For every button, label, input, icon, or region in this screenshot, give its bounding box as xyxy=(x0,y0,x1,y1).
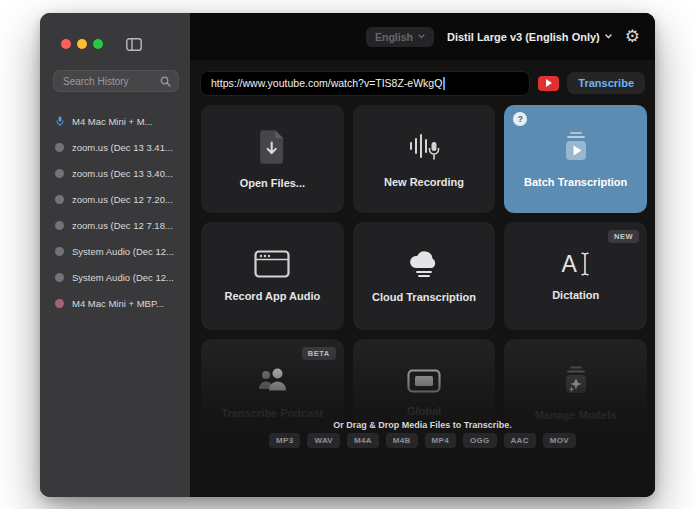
chevron-down-icon xyxy=(605,34,612,39)
open-files-icon xyxy=(257,129,287,165)
app-window: Search History M4 Mac Mini + M... zoom.u… xyxy=(40,13,655,497)
history-item[interactable]: zoom.us (Dec 12 7.20... xyxy=(40,186,190,212)
open-files-tile[interactable]: Open Files... xyxy=(201,105,344,213)
new-badge: NEW xyxy=(608,230,639,243)
model-dropdown-label: Distil Large v3 (English Only) xyxy=(447,31,600,43)
app-window-icon xyxy=(254,250,290,278)
recording-dot-icon xyxy=(55,221,64,230)
history-item-label: System Audio (Dec 12... xyxy=(72,272,174,283)
close-window-button[interactable] xyxy=(61,39,71,49)
language-dropdown[interactable]: English xyxy=(366,27,434,47)
history-item[interactable]: zoom.us (Dec 13 3.41... xyxy=(40,134,190,160)
transcribe-button[interactable]: Transcribe xyxy=(567,72,645,94)
recording-dot-icon xyxy=(55,195,64,204)
zoom-window-button[interactable] xyxy=(93,39,103,49)
dictation-tile[interactable]: NEW A Dictation xyxy=(504,222,647,330)
format-badge: M4A xyxy=(347,433,379,448)
history-item[interactable]: System Audio (Dec 12... xyxy=(40,238,190,264)
settings-gear-icon[interactable]: ⚙ xyxy=(625,28,640,45)
transcribe-button-label: Transcribe xyxy=(578,77,634,89)
history-item[interactable]: zoom.us (Dec 12 7.18... xyxy=(40,212,190,238)
url-row: https://www.youtube.com/watch?v=TIS8Z-eW… xyxy=(200,70,645,96)
recording-dot-icon xyxy=(55,169,64,178)
sidebar: Search History M4 Mac Mini + M... zoom.u… xyxy=(40,13,190,497)
tile-label: Dictation xyxy=(552,289,599,301)
toolbar: English Distil Large v3 (English Only) ⚙ xyxy=(190,13,655,60)
history-item-label: zoom.us (Dec 13 3.41... xyxy=(72,142,173,153)
format-badge: AAC xyxy=(504,433,536,448)
waveform-mic-icon xyxy=(405,130,443,164)
history-item-label: zoom.us (Dec 12 7.20... xyxy=(72,194,173,205)
recording-dot-icon xyxy=(55,273,64,282)
manage-models-tile[interactable]: Manage Models xyxy=(504,339,647,447)
cloud-icon xyxy=(406,249,442,279)
tile-label: Open Files... xyxy=(240,177,305,189)
youtube-icon xyxy=(538,76,559,91)
minimize-window-button[interactable] xyxy=(77,39,87,49)
history-list: M4 Mac Mini + M... zoom.us (Dec 13 3.41.… xyxy=(40,108,190,316)
beta-badge: BETA xyxy=(302,347,336,360)
history-item-label: M4 Mac Mini + MBP... xyxy=(72,298,164,309)
history-item[interactable]: M4 Mac Mini + MBP... xyxy=(40,290,190,316)
history-item[interactable]: zoom.us (Dec 13 3.40... xyxy=(40,160,190,186)
chevron-down-icon xyxy=(418,34,425,39)
new-recording-tile[interactable]: New Recording xyxy=(353,105,496,213)
text-caret xyxy=(443,77,445,90)
record-app-audio-tile[interactable]: Record App Audio xyxy=(201,222,344,330)
recording-dot-icon xyxy=(55,143,64,152)
sidebar-toggle-button[interactable] xyxy=(126,38,142,51)
dictation-icon: A xyxy=(561,251,589,277)
history-item-label: M4 Mac Mini + M... xyxy=(72,116,153,127)
format-badge: OGG xyxy=(463,433,497,448)
format-badge: WAV xyxy=(307,433,340,448)
format-badge: MP3 xyxy=(269,433,300,448)
format-badge: M4B xyxy=(386,433,418,448)
sidebar-toggle-icon xyxy=(126,38,142,51)
tile-label: Global xyxy=(407,405,441,417)
search-icon xyxy=(160,76,171,87)
tile-label: Transcribe Podcast xyxy=(222,407,324,419)
search-placeholder: Search History xyxy=(63,76,160,87)
history-item[interactable]: M4 Mac Mini + M... xyxy=(40,108,190,134)
history-item-label: zoom.us (Dec 13 3.40... xyxy=(72,168,173,179)
url-text: https://www.youtube.com/watch?v=TIS8Z-eW… xyxy=(211,77,442,89)
transcribe-podcast-tile[interactable]: BETA Transcribe Podcast xyxy=(201,339,344,447)
supported-formats: MP3 WAV M4A M4B MP4 OGG AAC MOV xyxy=(190,433,655,448)
recording-dot-icon xyxy=(55,299,64,308)
main-area: English Distil Large v3 (English Only) ⚙… xyxy=(190,13,655,497)
history-item-label: zoom.us (Dec 12 7.18... xyxy=(72,220,173,231)
url-input[interactable]: https://www.youtube.com/watch?v=TIS8Z-eW… xyxy=(200,71,530,96)
search-input[interactable]: Search History xyxy=(53,70,179,92)
global-tile[interactable]: Global xyxy=(353,339,496,447)
tile-label: New Recording xyxy=(384,176,464,188)
tile-label: Batch Transcription xyxy=(524,176,627,188)
cloud-transcription-tile[interactable]: Cloud Transcription xyxy=(353,222,496,330)
help-badge[interactable]: ? xyxy=(513,112,527,126)
podcast-people-icon xyxy=(254,367,290,395)
batch-transcription-tile[interactable]: ? Batch Transcription xyxy=(504,105,647,213)
traffic-lights xyxy=(61,39,103,49)
format-badge: MOV xyxy=(543,433,576,448)
format-badge: MP4 xyxy=(425,433,456,448)
language-dropdown-label: English xyxy=(375,31,413,43)
microphone-icon xyxy=(55,117,64,126)
tile-label: Cloud Transcription xyxy=(372,291,476,303)
recording-dot-icon xyxy=(55,247,64,256)
models-sparkle-icon xyxy=(560,365,592,397)
drag-drop-hint: Or Drag & Drop Media Files to Transcribe… xyxy=(190,420,655,430)
history-item-label: System Audio (Dec 12... xyxy=(72,246,174,257)
model-dropdown[interactable]: Distil Large v3 (English Only) xyxy=(447,31,612,43)
history-item[interactable]: System Audio (Dec 12... xyxy=(40,264,190,290)
titlebar xyxy=(40,13,190,53)
batch-transcription-icon xyxy=(559,130,593,164)
tile-label: Record App Audio xyxy=(224,290,320,302)
display-icon xyxy=(407,369,441,393)
